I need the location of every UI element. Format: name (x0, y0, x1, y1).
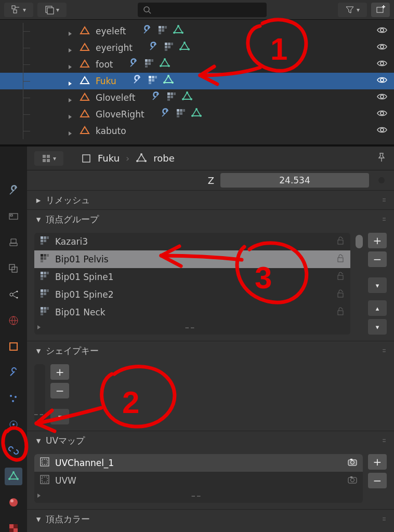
active-render-icon[interactable] (347, 457, 358, 469)
svg-rect-21 (168, 43, 170, 45)
tab-mesh-data[interactable] (5, 468, 22, 485)
disclosure-icon[interactable] (68, 78, 74, 84)
section-uv-maps-header[interactable]: ▾ UVマップ ┅┅ (27, 431, 394, 450)
vertex-group-add-button[interactable]: + (368, 233, 387, 248)
disclosure-icon[interactable] (68, 45, 74, 51)
svg-rect-63 (177, 112, 179, 115)
visibility-toggle[interactable] (376, 41, 388, 55)
tab-view-layer[interactable] (5, 260, 22, 277)
outliner-item[interactable]: Fuku (0, 73, 394, 89)
disclosure-icon[interactable] (68, 61, 74, 68)
outliner-item[interactable]: eyeright (0, 39, 394, 56)
tab-material[interactable] (5, 494, 22, 511)
properties-editor-type-dropdown[interactable]: ▾ (34, 151, 63, 166)
shape-key-remove-button[interactable]: − (50, 383, 69, 398)
svg-point-87 (8, 478, 10, 480)
svg-rect-106 (44, 240, 46, 242)
vertex-group-remove-button[interactable]: − (368, 251, 387, 267)
outliner-filter-dropdown[interactable]: ▾ (338, 3, 367, 17)
svg-point-27 (188, 48, 190, 50)
tab-physics[interactable] (5, 416, 22, 433)
uv-map-add-button[interactable]: + (368, 454, 387, 470)
disclosure-icon[interactable] (68, 111, 74, 117)
lock-icon[interactable] (336, 236, 345, 247)
visibility-toggle[interactable] (376, 91, 388, 104)
shape-key-list[interactable]: ┅┅ (34, 364, 45, 421)
drag-handle-icon[interactable]: ┅┅ (383, 349, 387, 353)
vertex-group-move-up-button[interactable]: ▴ (368, 300, 387, 316)
tab-world[interactable] (5, 312, 22, 329)
object-name: eyeright (96, 43, 133, 53)
section-vertex-groups-title: 頂点グループ (46, 214, 99, 225)
modifier-icon (160, 108, 170, 121)
outliner-item[interactable]: foot (0, 56, 394, 73)
outliner-add-collection-button[interactable] (371, 3, 390, 17)
lock-icon[interactable] (336, 254, 345, 265)
shape-key-add-button[interactable]: + (50, 364, 69, 380)
svg-rect-112 (41, 257, 43, 260)
outliner-panel: ▾ ▾ ▾ eyeleft (0, 0, 394, 144)
tab-texture[interactable] (5, 520, 22, 532)
tab-output[interactable] (5, 234, 22, 251)
drag-handle-icon[interactable]: ┅┅ (383, 438, 387, 443)
lock-icon[interactable] (336, 289, 345, 300)
outliner-item[interactable]: eyeleft (0, 23, 394, 39)
vertex-group-item[interactable]: Kazari3 (34, 233, 350, 250)
disclosure-icon[interactable] (68, 28, 74, 34)
outliner-search[interactable] (138, 3, 267, 17)
list-footer-handle[interactable]: ┅┅ (34, 321, 350, 335)
outliner-item[interactable]: kabuto (0, 123, 394, 139)
uv-map-list[interactable]: UVChannel_1 UVW ┅┅ (34, 454, 363, 503)
outliner-item[interactable]: GloveRight (0, 106, 394, 123)
transform-z-field[interactable]: 24.534 (220, 173, 369, 188)
disclosure-icon[interactable] (68, 95, 74, 101)
shape-key-specials-dropdown[interactable]: ▾ (50, 409, 69, 424)
vertex-group-list[interactable]: Kazari3 Bip01 Pelvis Bip01 Spine1 Bip01 … (34, 233, 350, 335)
visibility-toggle[interactable] (376, 74, 388, 88)
visibility-toggle[interactable] (376, 58, 388, 71)
outliner-display-dropdown[interactable]: ▾ (37, 3, 67, 17)
tab-tool[interactable] (5, 182, 22, 200)
visibility-toggle[interactable] (376, 24, 388, 38)
vertex-group-item[interactable]: Bip01 Neck (34, 303, 350, 321)
visibility-toggle[interactable] (376, 108, 388, 121)
outliner-mode-dropdown[interactable]: ▾ (4, 3, 33, 17)
svg-rect-42 (155, 76, 157, 78)
section-shape-keys-header[interactable]: ▾ シェイプキー ┅┅ (27, 341, 394, 360)
vertex-group-icon (40, 288, 50, 301)
section-remesh-header[interactable]: ▸ リメッシュ ┅┅ (27, 191, 394, 209)
drag-handle-icon[interactable]: ┅┅ (383, 217, 387, 221)
vertex-group-scrollbar[interactable] (356, 233, 363, 335)
uv-map-item[interactable]: UVChannel_1 (34, 454, 363, 472)
active-render-icon[interactable] (347, 474, 358, 487)
svg-rect-14 (162, 29, 164, 32)
vertex-group-specials-dropdown[interactable]: ▾ (368, 277, 387, 293)
keyframe-dot[interactable] (378, 177, 385, 183)
svg-rect-130 (41, 307, 43, 310)
vertex-group-item[interactable]: Bip01 Spine1 (34, 268, 350, 286)
section-shape-keys-title: シェイプキー (46, 345, 99, 357)
tab-particles[interactable] (5, 390, 22, 407)
visibility-toggle[interactable] (376, 124, 388, 138)
section-vertex-colors-header[interactable]: ▾ 頂点カラー ┅┅ (27, 510, 394, 528)
vertex-group-item[interactable]: Bip01 Pelvis (34, 250, 350, 268)
lock-icon[interactable] (336, 271, 345, 283)
tab-render[interactable] (5, 208, 22, 225)
list-footer-handle[interactable]: ┅┅ (34, 489, 363, 503)
tab-constraints[interactable] (5, 442, 22, 459)
vertex-group-item[interactable]: Bip01 Spine2 (34, 286, 350, 303)
uv-map-item[interactable]: UVW (34, 472, 363, 489)
section-vertex-groups-header[interactable]: ▾ 頂点グループ ┅┅ (27, 210, 394, 229)
pin-icon[interactable] (376, 152, 387, 165)
lock-icon[interactable] (336, 307, 345, 318)
tab-object[interactable] (5, 338, 22, 355)
svg-point-101 (136, 160, 138, 162)
tab-modifiers[interactable] (5, 364, 22, 381)
disclosure-icon[interactable] (68, 128, 74, 134)
tab-scene[interactable] (5, 286, 22, 303)
drag-handle-icon[interactable]: ┅┅ (383, 198, 387, 202)
outliner-item[interactable]: Gloveleft (0, 89, 394, 106)
vertex-group-move-down-button[interactable]: ▾ (368, 319, 387, 335)
uv-map-remove-button[interactable]: − (368, 473, 387, 488)
drag-handle-icon[interactable]: ┅┅ (383, 517, 387, 521)
